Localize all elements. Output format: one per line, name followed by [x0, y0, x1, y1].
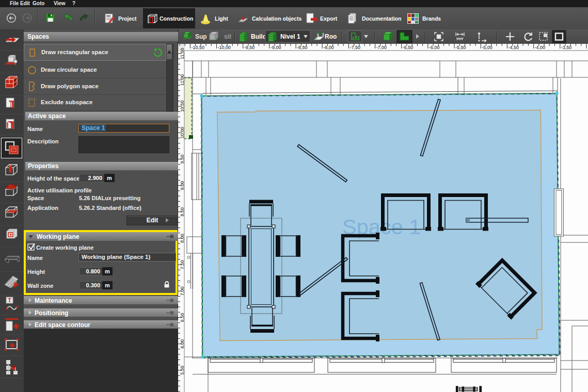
- svg-text:-5,50: -5,50: [455, 45, 466, 50]
- svg-text:8,00: 8,00: [180, 234, 185, 243]
- svg-text:-7,00: -7,00: [376, 45, 387, 50]
- svg-text:6,00: 6,00: [180, 339, 185, 349]
- svg-text:-10,50: -10,50: [191, 45, 204, 50]
- svg-text:-4,00: -4,00: [535, 45, 546, 50]
- svg-text:5,50: 5,50: [180, 366, 185, 375]
- svg-text:9,00: 9,00: [180, 181, 185, 190]
- svg-text:11,50: 11,50: [180, 48, 185, 59]
- svg-text:-9,50: -9,50: [244, 45, 255, 50]
- svg-text:8,50: 8,50: [180, 207, 185, 217]
- svg-text:-5,00: -5,00: [482, 45, 492, 50]
- svg-text:7,00: 7,00: [180, 287, 185, 296]
- svg-text:-8,00: -8,00: [323, 45, 334, 50]
- svg-text:10,50: 10,50: [180, 101, 185, 112]
- svg-text:-3,50: -3,50: [561, 45, 572, 50]
- svg-text:9,50: 9,50: [180, 155, 185, 164]
- svg-text:T: T: [8, 297, 11, 303]
- svg-text:-8,50: -8,50: [297, 45, 308, 50]
- svg-text:-9,00: -9,00: [271, 45, 281, 50]
- svg-text:-7,50: -7,50: [349, 45, 360, 50]
- svg-text:6,50: 6,50: [180, 313, 185, 322]
- svg-text:-6,00: -6,00: [429, 45, 440, 50]
- svg-text:7,50: 7,50: [180, 260, 185, 269]
- svg-text:11,00: 11,00: [180, 74, 185, 86]
- svg-text:10,00: 10,00: [180, 127, 185, 139]
- svg-text:-6,50: -6,50: [403, 45, 414, 50]
- svg-text:-4,50: -4,50: [508, 45, 519, 50]
- svg-text:-10,00: -10,00: [218, 45, 231, 50]
